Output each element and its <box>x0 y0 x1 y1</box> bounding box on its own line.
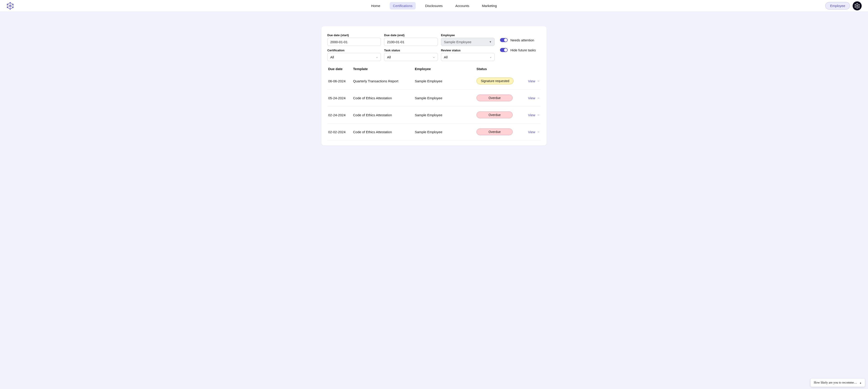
arrow-right-icon: → <box>537 130 540 134</box>
chevron-down-icon: ⌄ <box>490 56 492 59</box>
hide-future-toggle[interactable] <box>500 48 508 52</box>
needs-attention-toggle[interactable] <box>500 38 508 42</box>
cell-due: 02-24-2024 <box>328 113 353 117</box>
avatar[interactable]: H <box>852 1 862 10</box>
nav-marketing[interactable]: Marketing <box>479 2 500 9</box>
cell-employee: Sample Employee <box>415 113 476 117</box>
nav-disclosures[interactable]: Disclosures <box>422 2 446 9</box>
cell-due: 06-06-2024 <box>328 79 353 83</box>
table-row: 06-06-2024Quarterly Transactions ReportS… <box>327 72 541 90</box>
svg-point-5 <box>13 4 13 4</box>
cell-employee: Sample Employee <box>415 79 476 83</box>
status-badge: Overdue <box>476 128 513 135</box>
filters: Due date (start) 2000-01-01 Due date (en… <box>327 33 541 64</box>
chevron-down-icon: ⌄ <box>433 56 435 59</box>
nav-accounts[interactable]: Accounts <box>452 2 472 9</box>
employee-button[interactable]: Employee <box>825 2 850 9</box>
cell-template: Quarterly Transactions Report <box>353 79 415 83</box>
table-header: Due date Template Employee Status <box>327 64 541 72</box>
view-link[interactable]: View → <box>522 96 540 100</box>
due-end-label: Due date (end) <box>384 33 438 37</box>
status-badge: Overdue <box>476 94 513 101</box>
nav-center: Home Certifications Disclosures Accounts… <box>368 2 500 9</box>
chevron-down-icon: ▼ <box>489 40 492 43</box>
nav-certifications[interactable]: Certifications <box>390 2 416 9</box>
svg-point-16 <box>859 4 860 5</box>
cell-due: 02-02-2024 <box>328 130 353 134</box>
review-status-select[interactable]: All ⌄ <box>441 53 495 61</box>
status-badge: Overdue <box>476 112 513 118</box>
col-template-header: Template <box>353 67 415 71</box>
svg-point-8 <box>7 7 8 8</box>
svg-point-4 <box>10 2 11 3</box>
arrow-right-icon: → <box>537 79 540 83</box>
arrow-right-icon: → <box>537 96 540 100</box>
svg-point-15 <box>857 3 858 4</box>
certification-label: Certification <box>327 49 381 52</box>
cell-employee: Sample Employee <box>415 96 476 100</box>
table-row: 05-24-2024Code of Ethics AttestationSamp… <box>327 90 541 107</box>
cell-due: 05-24-2024 <box>328 96 353 100</box>
table-row: 02-02-2024Code of Ethics AttestationSamp… <box>327 123 541 141</box>
svg-point-6 <box>13 7 13 8</box>
svg-point-20 <box>855 4 855 5</box>
due-start-input[interactable]: 2000-01-01 <box>327 38 381 46</box>
col-status-header: Status <box>476 67 522 71</box>
svg-text:H: H <box>859 7 860 8</box>
certification-select[interactable]: All ⌄ <box>327 53 381 61</box>
task-status-select[interactable]: All ⌄ <box>384 53 438 61</box>
view-link[interactable]: View → <box>522 130 540 134</box>
due-start-label: Due date (start) <box>327 33 381 37</box>
due-end-input[interactable]: 2100-01-01 <box>384 38 438 46</box>
cell-employee: Sample Employee <box>415 130 476 134</box>
svg-point-17 <box>859 6 860 7</box>
needs-attention-label: Needs attention <box>510 38 534 42</box>
hide-future-label: Hide future tasks <box>510 48 536 52</box>
review-status-label: Review status <box>441 49 495 52</box>
svg-point-9 <box>7 4 8 4</box>
table-row: 02-24-2024Code of Ethics AttestationSamp… <box>327 107 541 123</box>
view-link[interactable]: View → <box>522 113 540 117</box>
task-status-label: Task status <box>384 49 438 52</box>
nav-home[interactable]: Home <box>368 2 383 9</box>
chevron-down-icon: ⌄ <box>376 56 378 59</box>
col-employee-header: Employee <box>415 67 476 71</box>
logo-icon <box>6 2 14 10</box>
svg-point-19 <box>855 6 855 7</box>
status-badge: Signature requested <box>476 78 514 84</box>
certifications-card: Due date (start) 2000-01-01 Due date (en… <box>321 26 547 145</box>
employee-select[interactable]: Sample Employee ▼ <box>441 38 495 46</box>
cell-template: Code of Ethics Attestation <box>353 96 415 100</box>
svg-point-10 <box>10 5 11 6</box>
top-nav: Home Certifications Disclosures Accounts… <box>0 0 868 12</box>
nav-right: Employee H <box>825 1 862 10</box>
cell-template: Code of Ethics Attestation <box>353 113 415 117</box>
col-due-header: Due date <box>328 67 353 71</box>
svg-point-7 <box>10 8 11 9</box>
employee-label: Employee <box>441 33 495 37</box>
view-link[interactable]: View → <box>522 79 540 83</box>
cell-template: Code of Ethics Attestation <box>353 130 415 134</box>
svg-point-18 <box>857 8 858 8</box>
arrow-right-icon: → <box>537 113 540 117</box>
